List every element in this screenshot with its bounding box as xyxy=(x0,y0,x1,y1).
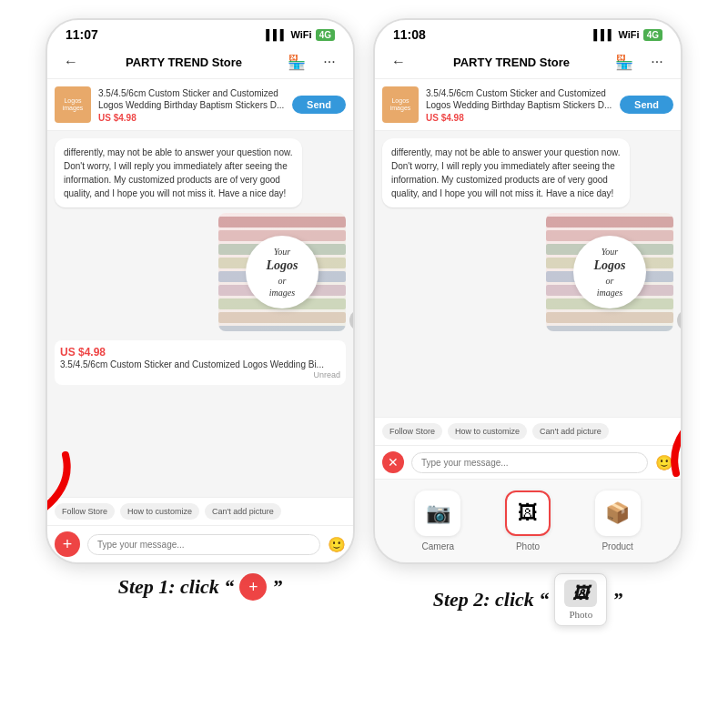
phone2-wrapper: 11:08 ▌▌▌ WiFi 4G ← PARTY TREND Store 🏪 … xyxy=(373,18,682,626)
product-thumb-2: Logosimages xyxy=(382,86,419,123)
product-title-2: 3.5/4.5/6cm Custom Sticker and Customize… xyxy=(426,87,612,111)
photo-popup: 🖼 Photo xyxy=(554,573,607,626)
chat-area-1: differently, may not be able to answer y… xyxy=(47,131,353,497)
phone1: 11:07 ▌▌▌ WiFi 4G ← PARTY TREND Store 🏪 … xyxy=(46,18,355,564)
add-button-1[interactable]: + xyxy=(55,531,80,557)
send-button-2[interactable]: Send xyxy=(620,96,673,114)
back-icon-2[interactable]: ← xyxy=(386,49,411,75)
step2-text-end: ” xyxy=(612,588,622,612)
back-icon-1[interactable]: ← xyxy=(58,49,84,75)
phone2: 11:08 ▌▌▌ WiFi 4G ← PARTY TREND Store 🏪 … xyxy=(373,18,682,564)
more-icon-2[interactable]: ··· xyxy=(644,49,670,75)
product-icon-box: 📦 xyxy=(595,490,641,536)
quick-reply-picture-2[interactable]: Can't add picture xyxy=(532,423,609,440)
step2-text: Step 2: click “ xyxy=(433,588,550,612)
quick-reply-customize-1[interactable]: How to customize xyxy=(120,503,199,520)
sticker-image-2: Your Logos or images xyxy=(546,213,673,331)
message-input-2[interactable] xyxy=(411,452,648,473)
product-card-2: Logosimages 3.5/4.5/6cm Custom Sticker a… xyxy=(375,79,681,131)
camera-icon-box: 📷 xyxy=(415,490,460,536)
bottom-title-1: 3.5/4.5/6cm Custom Sticker and Customize… xyxy=(60,359,340,370)
phone1-wrapper: 11:07 ▌▌▌ WiFi 4G ← PARTY TREND Store 🏪 … xyxy=(46,18,355,601)
emoji-button-1[interactable]: 🙂 xyxy=(328,536,346,553)
input-bar-1: + 🙂 xyxy=(47,525,353,562)
signal-icon-2: ▌▌▌ xyxy=(593,29,614,40)
more-icon-1[interactable]: ··· xyxy=(317,49,342,75)
quick-reply-picture-1[interactable]: Can't add picture xyxy=(205,503,281,520)
product-card-1: Logosimages 3.5/4.5/6cm Custom Sticker a… xyxy=(47,79,353,131)
media-item-product[interactable]: 📦 Product xyxy=(595,490,641,551)
time-2: 11:08 xyxy=(393,27,426,42)
media-item-photo[interactable]: 🖼 Photo xyxy=(505,490,551,551)
sticker-circle-2: Your Logos or images xyxy=(573,236,646,308)
sticker-container-2: Your Logos or images xyxy=(546,213,673,331)
step1-text-end: ” xyxy=(272,575,282,599)
quick-replies-2: Follow Store How to customize Can't add … xyxy=(375,417,681,445)
product-info-1: 3.5/4.5/6cm Custom Sticker and Customize… xyxy=(98,87,285,123)
product-info-2: 3.5/4.5/6cm Custom Sticker and Customize… xyxy=(426,87,612,123)
input-bar-2: ✕ 🙂 xyxy=(375,445,681,479)
product-title-1: 3.5/4.5/6cm Custom Sticker and Customize… xyxy=(98,87,285,111)
product-label: Product xyxy=(602,541,632,551)
arrow-down-left-1 xyxy=(46,446,75,528)
bottom-product-info-1: US $4.98 3.5/4.5/6cm Custom Sticker and … xyxy=(55,340,346,385)
sticker-text-line2-2: Logos xyxy=(594,258,626,274)
wifi-icon: WiFi xyxy=(291,29,312,40)
close-button-2[interactable]: ✕ xyxy=(382,451,404,473)
send-button-1[interactable]: Send xyxy=(292,96,346,114)
sticker-image-1: Your Logos or images xyxy=(218,213,346,331)
chat-area-2: differently, may not be able to answer y… xyxy=(375,131,681,417)
battery-icon: 4G xyxy=(316,29,335,41)
step1-label: Step 1: click “ + ” xyxy=(118,573,283,601)
message-bubble-1: differently, may not be able to answer y… xyxy=(55,138,302,207)
arrow-up-right-2 xyxy=(658,391,682,482)
quick-reply-follow-2[interactable]: Follow Store xyxy=(382,423,442,440)
status-icons-2: ▌▌▌ WiFi 4G xyxy=(593,29,662,41)
sticker-text-line3: or xyxy=(278,275,287,287)
sticker-text-line1-2: Your xyxy=(602,246,619,258)
bottom-price-1: US $4.98 xyxy=(60,346,340,359)
signal-icon: ▌▌▌ xyxy=(266,29,287,40)
media-item-camera[interactable]: 📷 Camera xyxy=(415,490,460,551)
store-name-1: PARTY TREND Store xyxy=(91,56,277,69)
sticker-container-1: Your Logos or images xyxy=(218,213,346,331)
step2-label: Step 2: click “ 🖼 Photo ” xyxy=(433,573,623,626)
sticker-circle-1: Your Logos or images xyxy=(246,236,318,308)
battery-icon-2: 4G xyxy=(643,29,662,41)
product-price-1: US $4.98 xyxy=(98,113,285,123)
product-price-2: US $4.98 xyxy=(426,113,612,123)
product-thumb-1: Logosimages xyxy=(55,86,91,123)
step1-text: Step 1: click “ xyxy=(118,575,235,599)
photo-label: Photo xyxy=(516,541,540,551)
avatar-2 xyxy=(677,309,681,331)
store-icon-2[interactable]: 🏪 xyxy=(612,49,637,75)
sticker-text-line4-2: images xyxy=(597,287,622,298)
media-picker-2: 📷 Camera 🖼 Photo 📦 Product xyxy=(375,479,681,562)
photo-label-small: Photo xyxy=(570,609,593,620)
status-bar-2: 11:08 ▌▌▌ WiFi 4G xyxy=(375,20,681,46)
photo-icon-inline: 🖼 xyxy=(564,580,597,607)
nav-bar-2: ← PARTY TREND Store 🏪 ··· xyxy=(375,46,681,79)
status-icons-1: ▌▌▌ WiFi 4G xyxy=(266,29,335,41)
camera-label: Camera xyxy=(422,541,455,551)
step1-icon: + xyxy=(239,573,267,601)
page-container: 11:07 ▌▌▌ WiFi 4G ← PARTY TREND Store 🏪 … xyxy=(0,0,728,728)
time-1: 11:07 xyxy=(66,27,98,42)
quick-replies-1: Follow Store How to customize Can't add … xyxy=(47,497,353,525)
store-icon-1[interactable]: 🏪 xyxy=(284,49,309,75)
status-bar-1: 11:07 ▌▌▌ WiFi 4G xyxy=(47,20,353,46)
sticker-text-line2: Logos xyxy=(267,258,298,274)
store-name-2: PARTY TREND Store xyxy=(419,56,604,69)
quick-reply-customize-2[interactable]: How to customize xyxy=(448,423,527,440)
photo-icon-box: 🖼 xyxy=(505,490,551,536)
sticker-text-line4: images xyxy=(269,287,295,298)
sticker-text-line1: Your xyxy=(274,246,291,258)
message-input-1[interactable] xyxy=(87,534,320,555)
sticker-text-line3-2: or xyxy=(606,275,614,287)
unread-label-1: Unread xyxy=(60,370,340,379)
wifi-icon-2: WiFi xyxy=(619,29,640,40)
avatar-1 xyxy=(349,309,353,331)
nav-bar-1: ← PARTY TREND Store 🏪 ··· xyxy=(47,46,353,79)
message-bubble-2: differently, may not be able to answer y… xyxy=(382,138,630,207)
